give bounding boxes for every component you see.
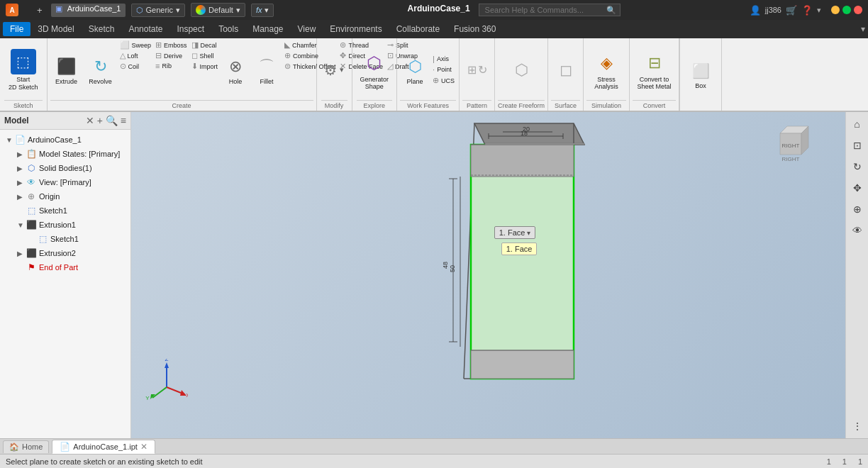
point-button[interactable]: ·Point bbox=[431, 65, 456, 74]
box-button[interactable]: ⬜ Box bbox=[683, 57, 718, 92]
tree-toggle-arduinocase[interactable]: ▼ bbox=[6, 136, 14, 144]
tree-item-origin[interactable]: ▶ ⊕ Origin bbox=[14, 189, 128, 204]
fillet-icon: ⌒ bbox=[255, 55, 278, 78]
tree-item-view[interactable]: ▶ 👁 View: [Primary] bbox=[14, 175, 128, 189]
tab-file[interactable]: ▣ ArduinoCase_1 bbox=[51, 4, 126, 17]
appearance-dropdown[interactable]: Default ▾ bbox=[191, 3, 245, 17]
decal-button[interactable]: ◨Decal bbox=[190, 40, 220, 50]
import-button[interactable]: ⬇Import bbox=[190, 61, 220, 72]
more-nav-button[interactable]: ⋮ bbox=[848, 417, 867, 435]
tab-arduinocase[interactable]: 📄 ArduinoCase_1.ipt ✕ bbox=[52, 440, 155, 454]
menu-fusion360[interactable]: Fusion 360 bbox=[447, 22, 503, 36]
tree-area: ▼ 📄 ArduinoCase_1 ▶ 📋 Model States: [Pri… bbox=[0, 130, 130, 438]
convert-sheetmetal-button[interactable]: ⊟ Convert toSheet Metal bbox=[633, 48, 676, 92]
view-cube[interactable]: RIGHT RIGHT bbox=[766, 119, 816, 176]
orbit-button[interactable]: ↻ bbox=[848, 157, 867, 176]
title-tabs: + ▣ ArduinoCase_1 bbox=[30, 4, 126, 17]
ribbon-group-pattern: ⊞ ↻ Pattern bbox=[460, 38, 495, 111]
zoom-button[interactable]: ⊕ bbox=[848, 200, 867, 218]
ucs-button[interactable]: ⊕UCS bbox=[431, 75, 456, 86]
face-dropdown-arrow[interactable]: ▾ bbox=[527, 229, 530, 237]
create-group-title: Create bbox=[50, 100, 313, 109]
stress-analysis-button[interactable]: ◈ StressAnalysis bbox=[587, 48, 626, 92]
settings-chevron: ▾ bbox=[817, 6, 821, 15]
plane-icon: ⬡ bbox=[404, 55, 426, 78]
tab-new[interactable]: + bbox=[30, 4, 50, 17]
menu-tools[interactable]: Tools bbox=[211, 22, 245, 36]
pan-button[interactable]: ✥ bbox=[848, 179, 867, 197]
extrude-button[interactable]: ⬛ Extrude bbox=[50, 53, 83, 87]
search-input[interactable] bbox=[479, 4, 621, 16]
tree-menu-icon[interactable]: ≡ bbox=[121, 115, 126, 126]
menu-manage[interactable]: Manage bbox=[245, 22, 290, 36]
create-small-col2: ⊞Emboss ⊟Derive ≡Rib bbox=[154, 40, 189, 100]
ribbon-toggle[interactable]: ▾ bbox=[861, 24, 865, 34]
shell-button[interactable]: ◻Shell bbox=[190, 50, 220, 61]
tree-item-extrusion1[interactable]: ▼ ⬛ Extrusion1 bbox=[14, 218, 128, 232]
minimize-button[interactable] bbox=[831, 6, 840, 14]
menu-environments[interactable]: Environments bbox=[323, 22, 389, 36]
pattern-icons: ⊞ ↻ bbox=[467, 63, 487, 77]
rib-button[interactable]: ≡Rib bbox=[154, 61, 189, 71]
tree-toggle-view[interactable]: ▶ bbox=[17, 179, 26, 186]
tree-item-sketch1[interactable]: ▶ ⬚ Sketch1 bbox=[14, 204, 128, 218]
home-icon: 🏠 bbox=[9, 442, 19, 452]
tree-toggle-bodies[interactable]: ▶ bbox=[17, 165, 26, 172]
menu-file[interactable]: File bbox=[3, 22, 30, 36]
tab-close-button[interactable]: ✕ bbox=[140, 442, 148, 452]
tree-item-extrusion2[interactable]: ▶ ⬛ Extrusion2 bbox=[14, 246, 128, 260]
axis-button[interactable]: |Axis bbox=[431, 54, 456, 64]
ribbon-group-create: ⬛ Extrude ↻ Revolve ⬜Sweep △Loft ⊙Coil ⊞… bbox=[48, 38, 317, 111]
fillet-button[interactable]: ⌒ Fillet bbox=[252, 53, 282, 87]
tree-toggle-extrusion2[interactable]: ▶ bbox=[17, 250, 26, 257]
modify-chevron: ▾ bbox=[340, 65, 344, 74]
tab-home[interactable]: 🏠 Home bbox=[3, 440, 49, 453]
revolve-button[interactable]: ↻ Revolve bbox=[84, 53, 117, 87]
tree-label-extrusion2: Extrusion2 bbox=[39, 249, 125, 257]
tree-toggle-states[interactable]: ▶ bbox=[17, 150, 26, 158]
tree-toggle-origin[interactable]: ▶ bbox=[17, 193, 26, 201]
workspace-dropdown[interactable]: ⬡ Generic ▾ bbox=[131, 4, 186, 17]
tree-new-tab-button[interactable]: + bbox=[97, 115, 103, 126]
tree-item-modelstates[interactable]: ▶ 📋 Model States: [Primary] bbox=[14, 147, 128, 161]
tree-search-icon[interactable]: 🔍 bbox=[106, 115, 118, 126]
look-at-button[interactable]: 👁 bbox=[848, 221, 867, 240]
menu-inspect[interactable]: Inspect bbox=[169, 22, 211, 36]
tree-close-button[interactable]: ✕ bbox=[86, 115, 94, 126]
hole-button[interactable]: ⊗ Hole bbox=[221, 53, 250, 87]
viewport[interactable]: RIGHT RIGHT bbox=[131, 112, 845, 438]
extrusion1-icon: ⬛ bbox=[26, 219, 37, 230]
tree-item-sketch1-child[interactable]: ▶ ⬚ Sketch1 bbox=[26, 232, 128, 246]
close-button[interactable] bbox=[854, 6, 862, 14]
menu-sketch[interactable]: Sketch bbox=[82, 22, 122, 36]
convert-label: Convert toSheet Metal bbox=[638, 76, 672, 90]
fx-dropdown[interactable]: fx ▾ bbox=[251, 4, 274, 17]
coil-button[interactable]: ⊙Coil bbox=[118, 61, 153, 72]
tree-item-arduinocase[interactable]: ▼ 📄 ArduinoCase_1 bbox=[3, 133, 128, 147]
svg-rect-8 bbox=[471, 145, 574, 379]
plane-button[interactable]: ⬡ Plane bbox=[400, 53, 430, 87]
tree-item-solidbodies[interactable]: ▶ ⬡ Solid Bodies(1) bbox=[14, 161, 128, 175]
file-icon: 📄 bbox=[14, 134, 26, 145]
workspace-name: Generic bbox=[146, 6, 174, 14]
menu-view[interactable]: View bbox=[291, 22, 323, 36]
tree-item-endofpart[interactable]: ▶ ⚑ End of Part bbox=[14, 260, 128, 274]
loft-button[interactable]: △Loft bbox=[118, 50, 153, 61]
sweep-button[interactable]: ⬜Sweep bbox=[118, 40, 153, 50]
face-dropdown[interactable]: 1. Face ▾ bbox=[494, 226, 536, 239]
thicken-icon: ⊜ bbox=[284, 62, 291, 71]
shape-generator-button[interactable]: ⬡ GeneratorShape bbox=[357, 48, 393, 92]
hole-label: Hole bbox=[229, 78, 243, 85]
axis-indicator: Z X Y bbox=[145, 359, 188, 403]
start-2d-sketch-button[interactable]: ⬚ Start2D Sketch bbox=[4, 46, 43, 94]
menu-collaborate[interactable]: Collaborate bbox=[389, 22, 447, 36]
maximize-button[interactable] bbox=[842, 6, 851, 14]
view-home-button[interactable]: ⌂ bbox=[848, 115, 867, 133]
tree-toggle-extrusion1[interactable]: ▼ bbox=[17, 221, 26, 229]
fx-chevron: ▾ bbox=[265, 6, 269, 15]
derive-button[interactable]: ⊟Derive bbox=[154, 50, 189, 61]
menu-3dmodel[interactable]: 3D Model bbox=[30, 22, 81, 36]
menu-annotate[interactable]: Annotate bbox=[121, 22, 169, 36]
fit-all-button[interactable]: ⊡ bbox=[848, 136, 867, 155]
emboss-button[interactable]: ⊞Emboss bbox=[154, 40, 189, 50]
